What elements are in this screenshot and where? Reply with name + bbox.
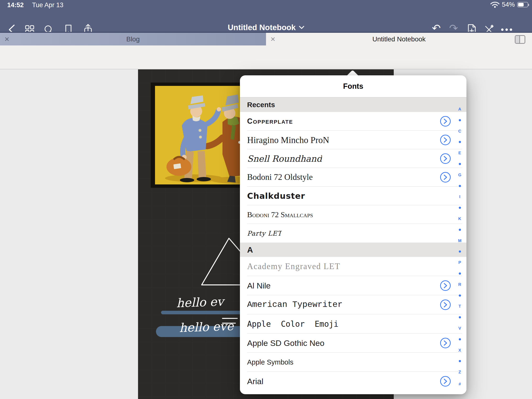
index-entry[interactable]: X bbox=[458, 348, 461, 352]
font-list-item[interactable]: Academy Engraved LET bbox=[240, 257, 466, 276]
index-entry[interactable]: P bbox=[458, 260, 461, 265]
index-entry[interactable] bbox=[459, 360, 461, 362]
font-name-label: Apple Symbols bbox=[247, 358, 293, 366]
index-entry[interactable]: T bbox=[459, 304, 461, 308]
nav-bar: Untitled Notebook ↶ ↷ bbox=[0, 10, 532, 32]
index-entry[interactable]: E bbox=[458, 151, 461, 155]
font-list-item[interactable]: Bodoni 72 Oldstyle bbox=[240, 168, 466, 187]
font-list-recents: Copperplate Hiragino Mincho ProN Snell R… bbox=[240, 112, 466, 243]
status-right-cluster: 54% bbox=[490, 1, 528, 8]
index-entry[interactable] bbox=[459, 272, 461, 275]
font-name-label: Arial bbox=[247, 377, 263, 386]
font-name-label: Copperplate bbox=[247, 117, 293, 126]
index-entry[interactable] bbox=[459, 338, 461, 340]
index-entry[interactable] bbox=[459, 229, 461, 231]
font-name-label: Bodoni 72 Smallcaps bbox=[247, 210, 313, 219]
font-name-label: American Typewriter bbox=[247, 300, 342, 310]
index-entry[interactable]: C bbox=[458, 129, 461, 133]
index-entry[interactable]: Z bbox=[459, 370, 461, 374]
notebook-title-label: Untitled Notebook bbox=[228, 23, 296, 32]
highlight-stroke bbox=[161, 311, 245, 314]
font-detail-button[interactable] bbox=[440, 116, 451, 127]
font-list-item[interactable]: Snell Roundhand bbox=[240, 149, 466, 168]
tab-bar: ✕ Blog ✕ Untitled Notebook bbox=[0, 32, 532, 45]
battery-icon bbox=[517, 2, 528, 7]
tab-untitled-label: Untitled Notebook bbox=[266, 35, 532, 43]
top-bar: 14:52 Tue Apr 13 54% bbox=[0, 0, 532, 32]
tab-untitled-notebook[interactable]: ✕ Untitled Notebook bbox=[266, 33, 532, 45]
font-list-item[interactable]: Al Nile bbox=[240, 276, 466, 295]
section-header-recents: Recents bbox=[240, 98, 466, 112]
font-list-a: Academy Engraved LET Al Nile American Ty… bbox=[240, 257, 466, 391]
font-list-item[interactable]: American Typewriter bbox=[240, 295, 466, 314]
wifi-icon bbox=[490, 1, 500, 8]
status-date: Tue Apr 13 bbox=[32, 1, 63, 9]
section-header-a: A bbox=[240, 243, 466, 257]
index-entry[interactable] bbox=[459, 207, 461, 209]
font-detail-button[interactable] bbox=[440, 135, 451, 145]
index-entry[interactable] bbox=[459, 316, 461, 318]
index-entry[interactable]: # bbox=[459, 382, 461, 386]
fonts-popover-title: Fonts bbox=[240, 75, 466, 98]
font-name-label: Snell Roundhand bbox=[247, 154, 322, 164]
index-entry[interactable] bbox=[459, 141, 461, 143]
index-entry[interactable]: M bbox=[458, 239, 462, 243]
font-name-label: Party LET bbox=[247, 230, 282, 237]
font-name-label: Apple Color Emoji bbox=[247, 319, 338, 329]
battery-percent: 54% bbox=[502, 1, 515, 8]
index-entry[interactable]: R bbox=[458, 283, 461, 287]
index-entry[interactable]: A bbox=[458, 107, 461, 111]
font-list-item[interactable]: Chalkduster bbox=[240, 187, 466, 205]
tab-blog-label: Blog bbox=[0, 35, 266, 43]
font-list-item[interactable]: Apple Color Emoji bbox=[240, 314, 466, 333]
alphabet-index: ACEGIKMPRTVXZ# bbox=[456, 107, 464, 386]
font-detail-button[interactable] bbox=[440, 338, 451, 348]
index-entry[interactable] bbox=[459, 294, 461, 297]
font-detail-button[interactable] bbox=[440, 153, 451, 164]
font-name-label: Apple SD Gothic Neo bbox=[247, 338, 324, 348]
font-detail-button[interactable] bbox=[440, 299, 451, 310]
index-entry[interactable]: G bbox=[458, 173, 461, 177]
app-root: 14:52 Tue Apr 13 54% bbox=[0, 0, 532, 399]
tab-blog[interactable]: ✕ Blog bbox=[0, 33, 266, 45]
document-area: hello ev hello eve Fonts Recents Copperp… bbox=[0, 69, 532, 399]
font-name-label: Chalkduster bbox=[247, 191, 305, 201]
font-detail-button[interactable] bbox=[440, 280, 451, 291]
sidebar-toggle-icon[interactable] bbox=[515, 35, 525, 44]
index-entry[interactable]: I bbox=[459, 195, 461, 199]
index-entry[interactable] bbox=[459, 250, 461, 253]
font-name-label: Bodoni 72 Oldstyle bbox=[247, 172, 313, 182]
font-list-item[interactable]: Party LET bbox=[240, 224, 466, 243]
index-entry[interactable] bbox=[459, 163, 461, 165]
handwriting-text: hello ev bbox=[176, 295, 224, 310]
font-list-item[interactable]: Apple Symbols bbox=[240, 353, 466, 372]
font-list-item[interactable]: Hiragino Mincho ProN bbox=[240, 131, 466, 149]
font-name-label: Hiragino Mincho ProN bbox=[247, 135, 329, 145]
editing-toolbar: T Copperplate-... 69 bbox=[0, 45, 532, 69]
font-list-item[interactable]: Arial bbox=[240, 372, 466, 391]
index-entry[interactable]: K bbox=[458, 217, 461, 221]
index-entry[interactable]: V bbox=[458, 326, 461, 330]
status-time: 14:52 bbox=[7, 1, 24, 9]
status-bar: 14:52 Tue Apr 13 54% bbox=[0, 0, 532, 10]
font-list-item[interactable]: Bodoni 72 Smallcaps bbox=[240, 205, 466, 224]
font-detail-button[interactable] bbox=[440, 172, 451, 183]
font-name-label: Al Nile bbox=[247, 281, 271, 290]
index-entry[interactable] bbox=[459, 185, 461, 187]
fonts-popover: Fonts Recents Copperplate Hiragino Minch… bbox=[240, 75, 466, 394]
title-chevron-icon bbox=[299, 26, 304, 29]
font-list-item[interactable]: Apple SD Gothic Neo bbox=[240, 333, 466, 353]
index-entry[interactable] bbox=[459, 119, 461, 121]
handwriting-text: hello eve bbox=[179, 319, 234, 335]
notebook-title[interactable]: Untitled Notebook bbox=[228, 23, 304, 32]
font-name-label: Academy Engraved LET bbox=[247, 262, 340, 271]
font-list-item[interactable]: Copperplate bbox=[240, 112, 466, 131]
font-detail-button[interactable] bbox=[440, 376, 451, 386]
